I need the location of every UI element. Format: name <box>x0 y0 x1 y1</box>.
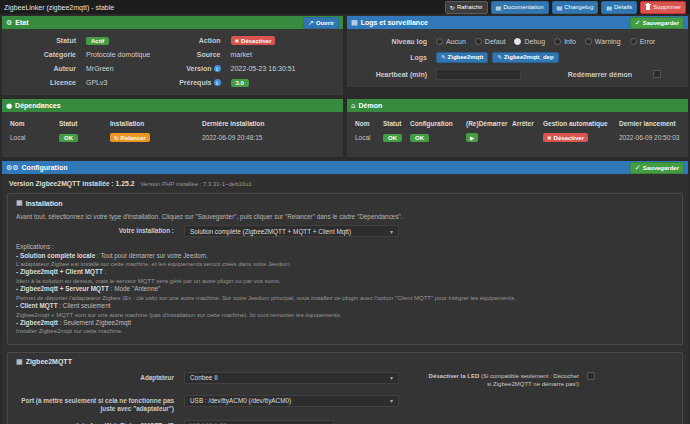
col-arreter: Arrêter <box>508 117 539 131</box>
port-select[interactable]: USB : /dev/ttyACM0 (/dev/ttyACM0)▾ <box>184 395 399 407</box>
col-nom: Nom <box>6 117 55 131</box>
delete-button[interactable]: Supprimer <box>640 1 686 14</box>
trash-icon <box>645 3 651 11</box>
logs-header: ▤ Logs et surveillance ✓Sauvegarder <box>347 16 688 29</box>
config-save-button[interactable]: ✓Sauvegarder <box>630 162 684 174</box>
demon-status-badge: OK <box>383 134 402 142</box>
heartbeat-input[interactable] <box>436 69 521 80</box>
radio-warning[interactable]: Warning <box>585 38 621 45</box>
zigbee2mqtt-title: ▦ Zigbee2MQTT <box>16 358 674 366</box>
daemon-icon: ⌂ <box>351 102 355 110</box>
auteur-label: Auteur <box>6 65 86 72</box>
version-line: Version Zigbee2MQTT installée : 1.25.2 V… <box>7 178 683 193</box>
details-icon: ▤ <box>606 4 612 11</box>
prerequis-badge: 3.0 <box>231 79 249 87</box>
port-label: Port (à mettre seulement si cela ne fonc… <box>16 395 184 413</box>
expl-title: Explications : <box>16 243 674 252</box>
votre-installation-label: Votre installation : <box>16 225 184 235</box>
demon-date: 2022-06-09 20:50:03 <box>615 131 684 145</box>
dep-date: 2022-06-09 20:48:15 <box>198 131 339 145</box>
col-nom: Nom <box>351 117 379 131</box>
changelog-icon: ▤ <box>557 4 563 11</box>
info-icon[interactable]: i <box>214 79 221 86</box>
demon-table: Nom Statut Configuration (Re)Démarrer Ar… <box>351 117 684 145</box>
led-option: Désactiver la LED (Si compatible seuleme… <box>425 372 595 388</box>
log-file-button-zigbee2mqtt-dep[interactable]: ✎Zigbee2mqtt_dep <box>492 52 558 63</box>
etat-panel: ⚙ Etat ↗Ouvrir StatutActif CatégorieProt… <box>2 16 343 95</box>
installation-intro: Avant tout, sélectionnez ici votre type … <box>16 213 674 220</box>
log-level-radios: Aucun Defaut Debug Info Warning Error <box>436 38 655 45</box>
statut-label: Statut <box>6 37 86 44</box>
titlebar-actions: ↻Rafraichir ▤Documentation ▤Changelog ▤D… <box>445 1 686 14</box>
disable-plugin-button[interactable]: ✖Désactiver <box>231 36 276 45</box>
pencil-icon: ✎ <box>497 54 502 60</box>
start-daemon-button[interactable]: ▶ <box>466 133 478 142</box>
auto-manage-disable-button[interactable]: ✖Désactiver <box>543 133 588 142</box>
info-icon[interactable]: i <box>214 65 221 72</box>
col-configuration: Configuration <box>406 117 462 131</box>
auteur-value: MrGreen <box>86 65 114 72</box>
documentation-icon: ▤ <box>496 4 502 11</box>
action-label: Action <box>173 37 231 44</box>
radio-aucun[interactable]: Aucun <box>436 38 466 45</box>
heartbeat-label: Heartbeat (min) <box>351 71 436 78</box>
radio-icon <box>554 38 561 45</box>
adaptateur-label: Adaptateur <box>16 372 184 382</box>
radio-info[interactable]: Info <box>554 38 576 45</box>
dependances-table: Nom Statut Installation Dernière install… <box>6 117 339 145</box>
col-statut: Statut <box>55 117 106 131</box>
refresh-button[interactable]: ↻Rafraichir <box>445 1 488 14</box>
log-file-button-zigbee2mqtt[interactable]: ✎Zigbee2mqtt <box>436 52 488 63</box>
col-installation: Installation <box>106 117 198 131</box>
logs-panel: ▤ Logs et surveillance ✓Sauvegarder Nive… <box>347 16 688 95</box>
pencil-icon: ✎ <box>441 54 446 60</box>
version-value: 2022-05-23 16:30:51 <box>231 65 296 72</box>
col-statut: Statut <box>379 117 406 131</box>
chevron-down-icon: ▾ <box>390 228 393 235</box>
dep-status-badge: OK <box>59 134 78 142</box>
categorie-label: Catégorie <box>6 51 86 58</box>
status-badge: Actif <box>86 37 109 45</box>
radio-defaut[interactable]: Defaut <box>475 38 506 45</box>
page-title: ZigbeeLinker (zigbee2mqtt) - stable <box>4 4 114 11</box>
chevron-down-icon: ▾ <box>390 397 393 404</box>
changelog-button[interactable]: ▤Changelog <box>552 1 599 14</box>
logs-label: Logs <box>351 54 436 61</box>
z2m-version: Version Zigbee2MQTT installée : 1.25.2 <box>9 180 134 187</box>
explications: Explications : - Solution complète local… <box>16 243 674 336</box>
demon-arreter-cell <box>508 131 539 145</box>
configuration-panel: ⚙⚙ Configuration ✓Sauvegarder Version Zi… <box>2 161 688 424</box>
table-icon: ▦ <box>16 199 23 207</box>
refresh-icon: ↻ <box>114 135 119 141</box>
x-icon: ✖ <box>547 135 552 141</box>
restart-daemon-checkbox[interactable] <box>653 70 661 78</box>
documentation-button[interactable]: ▤Documentation <box>491 1 549 14</box>
file-icon: ▤ <box>351 19 358 27</box>
restart-daemon-label: Redémarrer démon <box>521 71 641 78</box>
x-icon: ✖ <box>235 38 240 44</box>
play-icon: ▶ <box>470 135 474 141</box>
disable-led-checkbox[interactable] <box>587 372 595 380</box>
web-ip-input[interactable] <box>184 420 334 424</box>
radio-error[interactable]: Error <box>630 38 656 45</box>
web-ip-label: Interface Web Zigbee2MQTT : IP <box>16 420 184 424</box>
dependances-header: ● Dépendances <box>2 99 343 112</box>
dependances-panel: ● Dépendances Nom Statut Installation De… <box>2 99 343 157</box>
disable-led-label: Désactiver la LED (Si compatible seuleme… <box>425 372 587 388</box>
chevron-down-icon: ▾ <box>390 374 393 381</box>
installation-type-select[interactable]: Solution complète (Zigbee2MQTT + MQTT + … <box>184 225 399 237</box>
licence-label: Licence <box>6 79 86 86</box>
adaptateur-select[interactable]: Conbee II▾ <box>184 372 399 384</box>
col-redemarrer: (Re)Démarrer <box>462 117 508 131</box>
licence-value: GPLv3 <box>86 79 107 86</box>
relancer-button[interactable]: ↻Relancer <box>110 133 150 142</box>
radio-icon <box>436 38 443 45</box>
radio-debug[interactable]: Debug <box>514 38 545 45</box>
logs-save-button[interactable]: ✓Sauvegarder <box>630 17 684 29</box>
titlebar: ZigbeeLinker (zigbee2mqtt) - stable ↻Raf… <box>0 0 690 14</box>
demon-panel: ⌂ Démon Nom Statut Configuration (Re)Dém… <box>347 99 688 157</box>
open-button[interactable]: ↗Ouvrir <box>303 17 339 29</box>
installation-section: ▦ Installation Avant tout, sélectionnez … <box>7 193 683 345</box>
details-button[interactable]: ▤Détails <box>601 1 637 14</box>
demon-nom: Local <box>351 131 379 145</box>
